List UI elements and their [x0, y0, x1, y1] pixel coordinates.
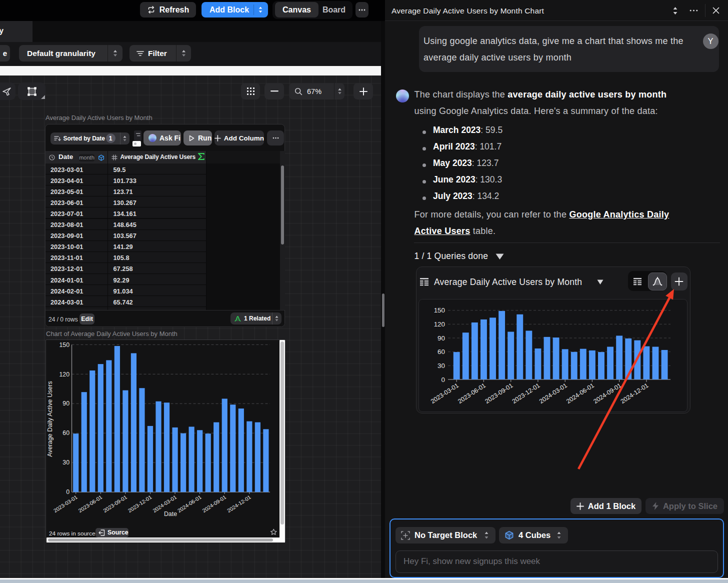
svg-text:120: 120 — [59, 371, 70, 378]
svg-text:90: 90 — [438, 334, 445, 342]
svg-text:2023-09-01: 2023-09-01 — [484, 382, 514, 405]
svg-text:90: 90 — [62, 400, 70, 407]
svg-text:2023-03-01: 2023-03-01 — [52, 494, 78, 514]
svg-text:2024-06-01: 2024-06-01 — [176, 494, 202, 514]
svg-text:Average Daily Active Users: Average Daily Active Users — [46, 381, 54, 457]
svg-text:30: 30 — [62, 459, 70, 466]
svg-text:2024-03-01: 2024-03-01 — [538, 382, 568, 405]
svg-text:60: 60 — [438, 348, 445, 356]
svg-text:60: 60 — [62, 430, 70, 436]
svg-text:2023-03-01: 2023-03-01 — [430, 382, 460, 405]
svg-text:2024-09-01: 2024-09-01 — [201, 494, 227, 514]
svg-text:2024-09-01: 2024-09-01 — [592, 382, 622, 405]
svg-text:2024-06-01: 2024-06-01 — [565, 382, 596, 405]
svg-text:120: 120 — [434, 320, 445, 328]
svg-text:2023-12-01: 2023-12-01 — [511, 382, 542, 405]
svg-text:2023-12-01: 2023-12-01 — [127, 494, 153, 514]
svg-text:2024-12-01: 2024-12-01 — [620, 382, 650, 405]
svg-text:2023-06-01: 2023-06-01 — [77, 494, 103, 514]
svg-text:30: 30 — [438, 362, 445, 370]
svg-text:2024-12-01: 2024-12-01 — [226, 494, 252, 514]
svg-text:0: 0 — [442, 376, 445, 384]
svg-text:150: 150 — [59, 342, 70, 348]
svg-text:150: 150 — [434, 306, 445, 314]
svg-text:Date: Date — [164, 510, 177, 518]
svg-text:0: 0 — [66, 488, 70, 496]
svg-text:2023-06-01: 2023-06-01 — [456, 382, 487, 405]
svg-text:2023-09-01: 2023-09-01 — [102, 494, 128, 514]
